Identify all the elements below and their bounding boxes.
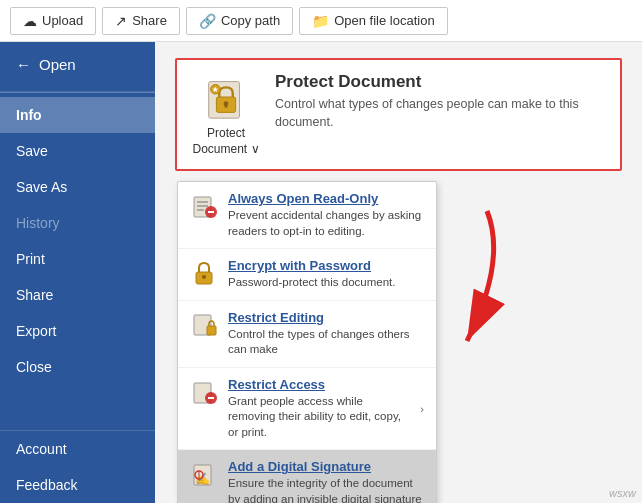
digital-signature-icon: ✍ [190,460,218,488]
svg-point-13 [202,275,206,279]
protect-title: Protect Document [275,72,606,92]
sidebar-item-open[interactable]: ← Open [16,52,139,77]
restrict-access-text: Restrict Access Grant people access whil… [228,377,406,441]
sidebar-bottom: Account Feedback [0,430,155,503]
sidebar-top: ← Open [0,42,155,92]
open-file-location-label: Open file location [334,13,434,28]
upload-button[interactable]: ☁ Upload [10,7,96,35]
open-file-location-button[interactable]: 📁 Open file location [299,7,447,35]
protect-button-label[interactable]: Protect Document ∨ [192,126,259,157]
content-area: ★ Protect Document ∨ Protect Document Co… [155,42,642,503]
restrict-editing-icon [190,311,218,339]
close-label: Close [16,359,52,375]
copy-path-label: Copy path [221,13,280,28]
protect-document-box: ★ Protect Document ∨ Protect Document Co… [175,58,622,171]
share-nav-label: Share [16,287,53,303]
sidebar-item-print[interactable]: Print [0,241,155,277]
sidebar-item-save-as[interactable]: Save As [0,169,155,205]
encrypt-text: Encrypt with Password Password-protect t… [228,258,424,291]
protect-text: Protect Document Control what types of c… [275,72,606,131]
copy-path-button[interactable]: 🔗 Copy path [186,7,293,35]
menu-item-always-read-only[interactable]: Always Open Read-Only Prevent accidental… [178,182,436,249]
protect-icon: ★ [201,72,251,122]
restrict-access-arrow: › [420,403,424,415]
lock-document-icon: ★ [201,71,251,123]
sidebar-spacer [0,385,155,430]
open-label: Open [39,56,76,73]
info-label: Info [16,107,42,123]
svg-rect-15 [207,326,216,335]
main-layout: ← Open Info Save Save As History Print S… [0,42,642,503]
sidebar-item-close[interactable]: Close [0,349,155,385]
sidebar-divider [0,92,155,93]
menu-item-digital-signature[interactable]: ✍ Add a Digital Signature Ensure the int… [178,450,436,503]
protect-icon-area: ★ Protect Document ∨ [191,72,261,157]
share-icon: ↗ [115,13,127,29]
encrypt-icon [190,259,218,287]
svg-rect-3 [225,104,228,108]
watermark: wsxw [609,487,636,499]
sidebar-item-history: History [0,205,155,241]
protect-dropdown-menu: Always Open Read-Only Prevent accidental… [177,181,437,503]
sidebar-item-share[interactable]: Share [0,277,155,313]
sidebar: ← Open Info Save Save As History Print S… [0,42,155,503]
sidebar-item-account[interactable]: Account [0,431,155,467]
save-label: Save [16,143,48,159]
svg-text:★: ★ [212,86,219,93]
menu-item-restrict-editing[interactable]: Restrict Editing Control the types of ch… [178,301,436,368]
sidebar-item-save[interactable]: Save [0,133,155,169]
print-label: Print [16,251,45,267]
info-panel: ★ Protect Document ∨ Protect Document Co… [155,42,642,503]
export-label: Export [16,323,56,339]
restrict-access-icon [190,378,218,406]
sidebar-item-info[interactable]: Info [0,97,155,133]
upload-label: Upload [42,13,83,28]
digital-signature-text: Add a Digital Signature Ensure the integ… [228,459,424,503]
sidebar-item-export[interactable]: Export [0,313,155,349]
save-as-label: Save As [16,179,67,195]
share-button[interactable]: ↗ Share [102,7,180,35]
folder-icon: 📁 [312,13,329,29]
restrict-editing-text: Restrict Editing Control the types of ch… [228,310,424,358]
sidebar-item-feedback[interactable]: Feedback [0,467,155,503]
open-arrow-icon: ← [16,56,31,73]
protect-desc: Control what types of changes people can… [275,96,606,131]
dropdown-row: Always Open Read-Only Prevent accidental… [175,181,622,503]
account-label: Account [16,441,67,457]
upload-icon: ☁ [23,13,37,29]
share-label: Share [132,13,167,28]
link-icon: 🔗 [199,13,216,29]
dropdown-col: Always Open Read-Only Prevent accidental… [175,181,437,503]
feedback-label: Feedback [16,477,77,493]
menu-item-encrypt[interactable]: Encrypt with Password Password-protect t… [178,249,436,301]
menu-item-restrict-access[interactable]: Restrict Access Grant people access whil… [178,368,436,451]
read-only-icon [190,192,218,220]
history-label: History [16,215,60,231]
read-only-text: Always Open Read-Only Prevent accidental… [228,191,424,239]
toolbar: ☁ Upload ↗ Share 🔗 Copy path 📁 Open file… [0,0,642,42]
